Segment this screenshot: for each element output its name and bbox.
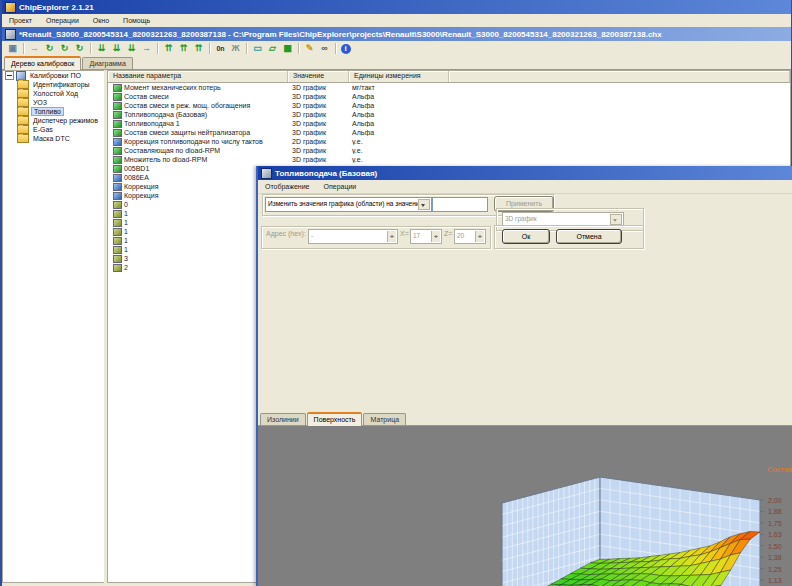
- dialog-tab-2[interactable]: Матрица: [363, 413, 406, 425]
- app-title: ChipExplorer 2.1.21: [19, 3, 94, 12]
- table-row[interactable]: Топливоподача (Базовая)3D графикАльфа: [108, 110, 790, 119]
- table-row[interactable]: Топливоподача 13D графикАльфа: [108, 119, 790, 128]
- search-icon[interactable]: ∞: [317, 42, 332, 55]
- z-size-field[interactable]: 20: [454, 229, 486, 244]
- cancel-button[interactable]: Отмена: [556, 229, 622, 244]
- address-value: -: [311, 232, 313, 239]
- dialog-menu-item-1[interactable]: Операции: [317, 180, 364, 193]
- column-header-0[interactable]: Название параметра: [108, 71, 288, 82]
- z-tick-label: 1,50: [768, 543, 782, 550]
- read-chip-1-icon[interactable]: ↻: [42, 42, 57, 55]
- x-size-field[interactable]: 17: [410, 229, 442, 244]
- param-name: 005BD1: [124, 165, 149, 172]
- spinner-icon[interactable]: [387, 231, 396, 242]
- dialog-menu-item-0[interactable]: Отображение: [258, 180, 317, 193]
- param-name: 1: [124, 228, 128, 235]
- table-row[interactable]: Момент механических потерь3D графикмг/та…: [108, 83, 790, 92]
- menu-item-2[interactable]: Окно: [86, 14, 116, 27]
- load-bin-icon-glyph: ⇈: [180, 42, 188, 55]
- edit-icon[interactable]: ✎: [302, 42, 317, 55]
- z-tick-label: 1,38: [768, 554, 782, 561]
- z-axis-title: Состав смеси: [767, 465, 792, 474]
- map-chart-icon: [113, 228, 122, 236]
- z-tick-label: 1,13: [768, 577, 782, 584]
- column-header-1[interactable]: Значение: [288, 71, 349, 82]
- 3d-chart-icon: [113, 111, 122, 119]
- param-name-cell: Состав смеси в реж. мощ. обогащения: [108, 102, 287, 110]
- tile-windows-icon[interactable]: ▦: [280, 42, 295, 55]
- address-label: Адрес (hex):: [266, 230, 306, 237]
- info-icon[interactable]: i: [339, 42, 352, 55]
- table-row[interactable]: Составляющая по dload-RPM3D графику.е.: [108, 146, 790, 155]
- map-chart-icon: [113, 264, 122, 272]
- toolbar-separator: [246, 43, 247, 54]
- table-row[interactable]: Состав смеси в реж. мощ. обогащения3D гр…: [108, 101, 790, 110]
- dialog-titlebar[interactable]: Топливоподача (Базовая): [258, 166, 792, 180]
- param-name: Состав смеси в реж. мощ. обогащения: [124, 102, 250, 109]
- toolbar-separator: [90, 43, 91, 54]
- address-input[interactable]: -: [308, 229, 398, 244]
- save-srl-icon[interactable]: ⇊: [94, 42, 109, 55]
- table-row[interactable]: Множитель по dload-RPM3D графику.е.: [108, 155, 790, 164]
- action-value-input[interactable]: [432, 197, 488, 212]
- save-dfg-icon[interactable]: ⇊: [124, 42, 139, 55]
- sidebar-item-6[interactable]: Маска DTC: [3, 134, 105, 143]
- chevron-down-icon[interactable]: [418, 199, 430, 210]
- save-bin-icon[interactable]: ⇊: [109, 42, 124, 55]
- dialog-tab-1[interactable]: Поверхность: [307, 412, 363, 426]
- param-name: Состав смеси: [124, 93, 169, 100]
- ok-button[interactable]: Ок: [502, 229, 550, 244]
- cascade-windows-icon[interactable]: ▱: [265, 42, 280, 55]
- save-icon[interactable]: ▣: [5, 42, 20, 55]
- table-row[interactable]: Состав смеси защиты нейтрализатора3D гра…: [108, 128, 790, 137]
- document-titlebar[interactable]: *Renault_S3000_8200545314_8200321263_820…: [2, 27, 791, 41]
- load-srl-icon[interactable]: ⇈: [161, 42, 176, 55]
- merge-icon[interactable]: Ж: [228, 42, 243, 55]
- menu-item-1[interactable]: Операции: [39, 14, 86, 27]
- open-project-icon[interactable]: →: [27, 42, 42, 55]
- read-chip-3-icon[interactable]: ↻: [72, 42, 87, 55]
- param-name: Коррекция: [124, 192, 158, 199]
- param-name: Коррекция: [124, 183, 158, 190]
- load-bin-icon[interactable]: ⇈: [176, 42, 191, 55]
- table-row[interactable]: Состав смеси3D графикАльфа: [108, 92, 790, 101]
- param-name-cell: Топливоподача 1: [108, 120, 287, 128]
- z-size-value: 20: [457, 232, 464, 239]
- map-chart-icon: [113, 210, 122, 218]
- view-combobox-value: 3D график: [505, 215, 537, 222]
- dialog-icon: [261, 168, 272, 179]
- collapse-icon[interactable]: [5, 71, 14, 80]
- param-name: 1: [124, 210, 128, 217]
- param-value-cell: 3D график: [287, 120, 347, 127]
- param-units-cell: у.е.: [347, 147, 446, 154]
- 3d-chart-icon: [113, 84, 122, 92]
- menu-item-3[interactable]: Помощь: [116, 14, 157, 27]
- spinner-icon[interactable]: [475, 231, 484, 242]
- table-row[interactable]: Коррекция топливоподачи по числу тактов2…: [108, 137, 790, 146]
- map-chart-icon: [113, 201, 122, 209]
- 3d-chart-icon: [113, 93, 122, 101]
- export-icon-glyph: →: [142, 42, 151, 55]
- dialog-tab-0[interactable]: Изолинии: [260, 413, 306, 425]
- compare-icon[interactable]: 0n: [213, 42, 228, 55]
- surface-chart: 2,001,881,751,631,501,381,251,131,000,88…: [258, 426, 792, 586]
- save-srl-icon-glyph: ⇊: [98, 42, 106, 55]
- dialog-menubar: ОтображениеОперации: [258, 180, 792, 194]
- param-name: 2: [124, 264, 128, 271]
- menu-item-0[interactable]: Проект: [2, 14, 39, 27]
- read-chip-2-icon[interactable]: ↻: [57, 42, 72, 55]
- chevron-down-icon[interactable]: [610, 214, 622, 225]
- param-units-cell: Альфа: [347, 129, 446, 136]
- spinner-icon[interactable]: [431, 231, 440, 242]
- column-header-2[interactable]: Единицы измерения: [349, 71, 449, 82]
- app-titlebar[interactable]: ChipExplorer 2.1.21: [2, 0, 791, 14]
- new-window-icon[interactable]: ▭: [250, 42, 265, 55]
- param-units-cell: у.е.: [347, 138, 446, 145]
- search-icon-glyph: ∞: [321, 42, 327, 55]
- export-icon[interactable]: →: [139, 42, 154, 55]
- tab-0[interactable]: Дерево калибровок: [4, 56, 81, 70]
- load-dfg-icon[interactable]: ⇈: [191, 42, 206, 55]
- action-combobox[interactable]: Изменить значения графика (области) на з…: [265, 197, 432, 212]
- param-name: Коррекция топливоподачи по числу тактов: [124, 138, 263, 145]
- tab-1[interactable]: Диаграмма: [82, 57, 132, 69]
